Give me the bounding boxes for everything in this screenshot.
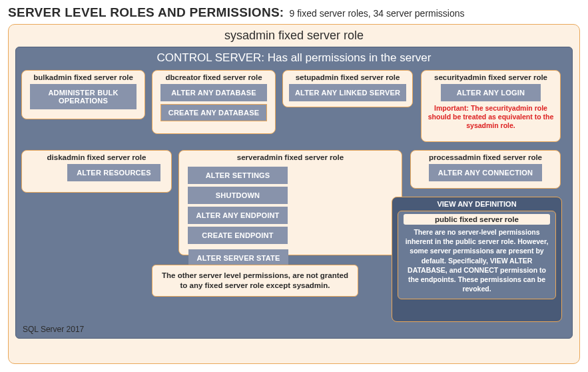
role-public-title: public fixed server role bbox=[404, 214, 550, 225]
control-server-title: CONTROL SERVER: Has all permissions in t… bbox=[21, 51, 567, 65]
perm-alter-any-database: ALTER ANY DATABASE bbox=[160, 84, 267, 101]
control-server-container: CONTROL SERVER: Has all permissions in t… bbox=[15, 47, 573, 339]
role-public-text: There are no server-level permissions in… bbox=[404, 227, 550, 293]
role-diskadmin-title: diskadmin fixed server role bbox=[27, 153, 166, 161]
role-dbcreator: dbcreator fixed server role ALTER ANY DA… bbox=[152, 70, 276, 134]
perm-alter-any-connection: ALTER ANY CONNECTION bbox=[429, 164, 542, 181]
footer-version: SQL Server 2017 bbox=[23, 325, 84, 334]
role-securityadmin-title: securityadmin fixed server role bbox=[427, 73, 555, 81]
securityadmin-warning: Important: The securityadmin role should… bbox=[427, 104, 555, 130]
sysadmin-role-container: sysadmin fixed server role CONTROL SERVE… bbox=[8, 24, 580, 364]
view-any-definition-container: VIEW ANY DEFINITION public fixed server … bbox=[392, 197, 562, 322]
role-bulkadmin-title: bulkadmin fixed server role bbox=[27, 73, 139, 81]
role-public: public fixed server role There are no se… bbox=[398, 211, 556, 299]
role-setupadmin: setupadmin fixed server role ALTER ANY L… bbox=[282, 70, 413, 107]
role-bulkadmin: bulkadmin fixed server role ADMINISTER B… bbox=[21, 70, 145, 119]
role-serveradmin-title: serveradmin fixed server role bbox=[184, 153, 396, 161]
role-dbcreator-title: dbcreator fixed server role bbox=[158, 73, 270, 81]
role-diskadmin: diskadmin fixed server role ALTER RESOUR… bbox=[21, 150, 172, 193]
role-processadmin: processadmin fixed server role ALTER ANY… bbox=[410, 150, 561, 189]
perm-administer-bulk-operations: ADMINISTER BULK OPERATIONS bbox=[30, 84, 137, 109]
sysadmin-title: sysadmin fixed server role bbox=[15, 29, 573, 43]
view-any-definition-title: VIEW ANY DEFINITION bbox=[398, 200, 556, 208]
perm-shutdown: SHUTDOWN bbox=[188, 187, 288, 204]
page-subtitle: 9 fixed server roles, 34 server permissi… bbox=[290, 8, 465, 19]
role-securityadmin: securityadmin fixed server role ALTER AN… bbox=[421, 70, 561, 142]
role-processadmin-title: processadmin fixed server role bbox=[416, 153, 555, 161]
perm-alter-any-linked-server: ALTER ANY LINKED SERVER bbox=[289, 84, 406, 101]
other-permissions-note: The other server level permissions, are … bbox=[152, 265, 358, 297]
perm-create-endpoint: CREATE ENDPOINT bbox=[188, 227, 288, 244]
perm-alter-any-login: ALTER ANY LOGIN bbox=[441, 84, 541, 101]
role-serveradmin: serveradmin fixed server role ALTER SETT… bbox=[178, 150, 402, 255]
perm-alter-resources: ALTER RESOURCES bbox=[67, 164, 160, 181]
role-setupadmin-title: setupadmin fixed server role bbox=[288, 73, 407, 81]
page-header: SERVER LEVEL ROLES AND PERMISSIONS: 9 fi… bbox=[8, 5, 580, 20]
page-title: SERVER LEVEL ROLES AND PERMISSIONS: bbox=[8, 5, 284, 20]
perm-alter-any-endpoint: ALTER ANY ENDPOINT bbox=[188, 207, 288, 224]
perm-alter-settings: ALTER SETTINGS bbox=[188, 167, 288, 184]
perm-create-any-database: CREATE ANY DATABASE bbox=[160, 104, 267, 121]
